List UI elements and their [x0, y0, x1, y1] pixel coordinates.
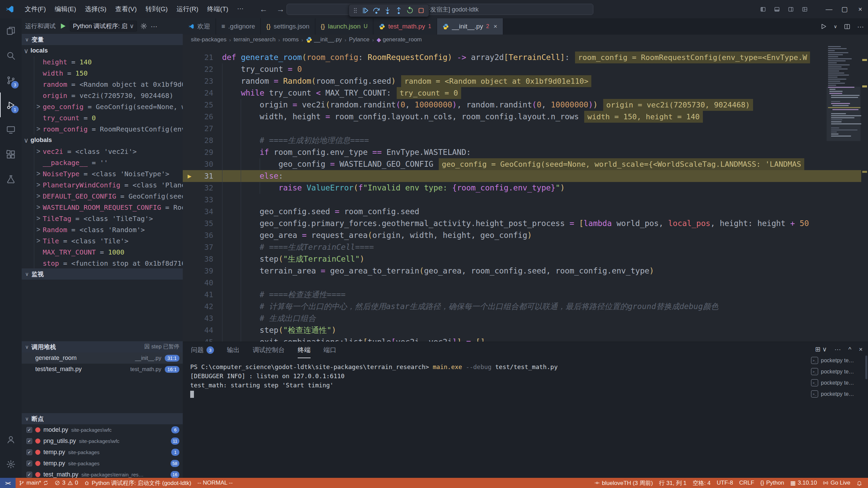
- step-out-icon[interactable]: [395, 6, 403, 15]
- tab-settings.json[interactable]: {}settings.json: [261, 18, 315, 35]
- activity-files[interactable]: [0, 18, 22, 43]
- step-into-icon[interactable]: [383, 6, 392, 15]
- code-line[interactable]: 42 # 计算每一个出口的中心，然后使用astar生成路径，确保每一个出口组合都…: [183, 301, 868, 312]
- code-editor[interactable]: 21def generate_room(room_config: RoomReq…: [183, 45, 868, 342]
- maximize-button[interactable]: ▢: [837, 0, 852, 18]
- breakpoint-row[interactable]: ✓test_math.pysite-packages\terrain_res…1…: [22, 469, 183, 478]
- back-icon[interactable]: ←: [259, 4, 268, 14]
- variable-row[interactable]: MAX_TRY_COUNT = 1000: [22, 246, 183, 258]
- terminal-output[interactable]: PS C:\computer_science\godot-ldtk\site-p…: [190, 362, 807, 399]
- code-line[interactable]: 23 random = Random(room_config.seed)rand…: [183, 75, 868, 87]
- activity-account[interactable]: [0, 427, 22, 452]
- terminal-instance[interactable]: >_pocketpy te…: [811, 388, 862, 400]
- terminal-instance[interactable]: >_pocketpy te…: [811, 355, 862, 366]
- restart-icon[interactable]: [406, 6, 414, 15]
- terminal-instance[interactable]: >_pocketpy te…: [811, 377, 862, 388]
- variable-row[interactable]: >Tile = <class 'Tile'>: [22, 235, 183, 246]
- section-watch[interactable]: ∨ 监视: [22, 268, 183, 280]
- variable-row[interactable]: >PlanetaryWindConfig = <class 'Planeta…: [22, 179, 183, 190]
- code-line[interactable]: 25 origin = vec2i(random.randint(0, 1000…: [183, 99, 868, 111]
- code-line[interactable]: 22 try_count = 0: [183, 63, 868, 75]
- code-line[interactable]: 29 if room_config.env_type == EnvType.WA…: [183, 146, 868, 158]
- encoding[interactable]: UTF-8: [714, 478, 736, 488]
- dropdown-caret-icon[interactable]: ∨: [834, 24, 837, 29]
- code-line[interactable]: 30 geo_config = WASTELAND_GEO_CONFIGgeo_…: [183, 158, 868, 170]
- tab-.gdignore[interactable]: ≡.gdignore: [216, 18, 261, 35]
- forward-icon[interactable]: →: [276, 4, 284, 14]
- gear-icon[interactable]: [140, 23, 147, 29]
- breakpoint-row[interactable]: ✓temp.pysite-packages1: [22, 447, 183, 458]
- breadcrumb-item[interactable]: site-packages: [191, 36, 226, 43]
- variable-row[interactable]: height = 140: [22, 56, 183, 67]
- code-line[interactable]: 45 exit_combinations:list[tuple[vec2i, v…: [183, 336, 868, 342]
- activity-settings[interactable]: [0, 452, 22, 476]
- variable-row[interactable]: >Random = <class 'Random'>: [22, 224, 183, 235]
- variable-row[interactable]: >DEFAULT_GEO_CONFIG = GeoConfig(seed=1…: [22, 190, 183, 202]
- panel-tab-端口[interactable]: 端口: [323, 342, 336, 358]
- breakpoint-row[interactable]: ✓model.pysite-packages\wfc6: [22, 424, 183, 435]
- code-line[interactable]: 34 geo_config.seed = room_config.seed: [183, 206, 868, 218]
- variable-row[interactable]: stop = <function stop at 0x1bf8d716d…: [22, 258, 183, 268]
- code-line[interactable]: ▶31 else:: [183, 170, 868, 182]
- terminal-instance[interactable]: >_pocketpy te…: [811, 366, 862, 377]
- code-line[interactable]: 27: [183, 123, 868, 135]
- call-stack-frame[interactable]: generate_room__init__.py31:1: [22, 352, 183, 364]
- layout-d-icon[interactable]: [802, 6, 808, 12]
- code-line[interactable]: 35 geo_config.primary_forces.geothermal_…: [183, 218, 868, 229]
- checkbox-checked-icon[interactable]: ✓: [26, 438, 32, 444]
- code-line[interactable]: 39 terrain_area = geo_area_to_terrain(ge…: [183, 265, 868, 277]
- layout-a-icon[interactable]: [760, 6, 766, 12]
- terminal-scrollbar[interactable]: [865, 355, 867, 379]
- checkbox-checked-icon[interactable]: ✓: [26, 449, 32, 455]
- tab-launch.json[interactable]: {}launch.jsonU: [315, 18, 373, 35]
- go-live-item[interactable]: Go Live: [820, 478, 853, 488]
- tab-__init__.py[interactable]: __init__.py2×: [437, 18, 503, 35]
- code-line[interactable]: 21def generate_room(room_config: RoomReq…: [183, 52, 868, 63]
- variable-row[interactable]: >room_config = RoomRequestConfig(env_t…: [22, 123, 183, 135]
- panel-split-icon[interactable]: ⊞ ∨: [815, 345, 827, 353]
- checkbox-checked-icon[interactable]: ✓: [26, 472, 32, 477]
- more-actions-icon[interactable]: ···: [151, 22, 157, 30]
- panel-tab-终端[interactable]: 终端: [298, 342, 311, 358]
- variable-row[interactable]: >vec2i = <class 'vec2i'>: [22, 146, 183, 157]
- variable-row[interactable]: >geo_config = GeoConfig(seed=None, wor…: [22, 101, 183, 112]
- close-button[interactable]: ×: [852, 0, 868, 18]
- debug-start-icon[interactable]: [59, 22, 66, 30]
- variable-row[interactable]: try_count = 0: [22, 112, 183, 123]
- activity-remote-explorer[interactable]: [0, 117, 22, 142]
- panel-tab-调试控制台[interactable]: 调试控制台: [253, 342, 285, 358]
- layout-b-icon[interactable]: [774, 6, 780, 12]
- code-line[interactable]: 44 step("检查连通性"): [183, 324, 868, 336]
- panel-maximize-icon[interactable]: ^: [848, 346, 851, 353]
- variable-row[interactable]: width = 150: [22, 67, 183, 79]
- git-branch-item[interactable]: main*: [16, 478, 52, 488]
- call-stack-frame[interactable]: test/test_math.pytest_math.py16:1: [22, 364, 183, 375]
- code-line[interactable]: 38 step("生成TerrainCell"): [183, 253, 868, 265]
- code-line[interactable]: 43 # 生成出口组合: [183, 312, 868, 324]
- breakpoint-row[interactable]: ✓temp.pysite-packages58: [22, 458, 183, 469]
- menu-item[interactable]: 文件(F): [20, 3, 50, 16]
- section-breakpoints[interactable]: ∨ 断点: [22, 413, 183, 424]
- tab-欢迎[interactable]: 欢迎: [183, 18, 216, 35]
- cursor-position[interactable]: 行 31, 列 1: [656, 478, 690, 488]
- git-blame-item[interactable]: blueloveTH (3 周前): [591, 478, 656, 488]
- step-over-icon[interactable]: [372, 6, 380, 15]
- menu-item[interactable]: 终端(T): [203, 3, 233, 16]
- checkbox-checked-icon[interactable]: ✓: [26, 427, 32, 433]
- menu-overflow[interactable]: ···: [233, 3, 248, 16]
- variable-row[interactable]: >WASTELAND_ROOM_REQUEST_CONFIG = RoomR…: [22, 202, 183, 213]
- section-variables[interactable]: ∨ 变量: [22, 34, 183, 45]
- code-line[interactable]: 28 # ====生成初始地理信息====: [183, 135, 868, 146]
- debug-config-select[interactable]: Python 调试程序: 启 ∨: [70, 21, 137, 32]
- checkbox-checked-icon[interactable]: ✓: [26, 461, 32, 466]
- command-center-search[interactable]: [扩展开发宿主] godot-ldtk: [287, 4, 593, 15]
- eol-sequence[interactable]: CRLF: [736, 478, 757, 488]
- variable-row[interactable]: random = <Random object at 0x1bf9d01e…: [22, 79, 183, 90]
- code-line[interactable]: 41 # ====检查连通性====: [183, 289, 868, 301]
- panel-tab-问题[interactable]: 问题3: [191, 342, 214, 358]
- layout-c-icon[interactable]: [788, 6, 794, 12]
- python-version[interactable]: ▦ 3.10.10: [787, 478, 820, 488]
- variable-row[interactable]: origin = vec2i(7205730, 9024468): [22, 90, 183, 101]
- indentation[interactable]: 空格: 4: [690, 478, 714, 488]
- split-editor-icon[interactable]: [844, 23, 850, 30]
